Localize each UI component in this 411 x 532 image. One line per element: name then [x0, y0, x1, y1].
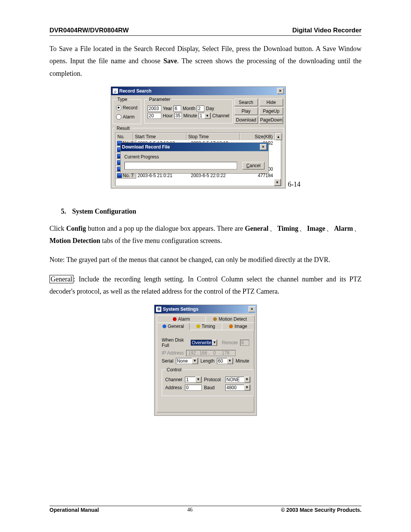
- play-button[interactable]: Play: [234, 107, 258, 115]
- close-icon[interactable]: ×: [249, 306, 255, 312]
- tab-alarm[interactable]: Alarm: [157, 315, 206, 323]
- diskfull-value: Overwrite: [191, 340, 212, 345]
- header-left: DVR0404RW/DVR0804RW: [49, 27, 129, 34]
- header-right: Digital Video Recorder: [292, 27, 362, 34]
- row-size: 477184: [244, 173, 281, 178]
- settings-icon: ⚙: [156, 307, 161, 312]
- system-settings-title: System Settings: [163, 307, 198, 312]
- radio-alarm[interactable]: Alarm: [116, 114, 135, 120]
- section5-line3: General: Include the recording length se…: [49, 273, 362, 298]
- protocol-select[interactable]: NONE ▼: [225, 377, 250, 383]
- system-settings-window: ⚙ System Settings × Alarm Motion Detect …: [154, 305, 257, 416]
- tab-label: Alarm: [178, 316, 190, 322]
- chevron-down-icon: ▼: [204, 113, 210, 119]
- hour-input[interactable]: [148, 113, 161, 119]
- length-value: 60: [217, 358, 227, 364]
- address-input[interactable]: [185, 385, 202, 391]
- baud-value: 4800: [226, 385, 244, 390]
- intro-save-word: Save: [163, 57, 177, 65]
- tab-label: Motion Detect: [218, 316, 247, 322]
- result-legend: Result: [115, 126, 131, 131]
- ip-seg: 0: [210, 350, 220, 356]
- pagedown-button[interactable]: PageDown: [260, 116, 283, 124]
- day-input[interactable]: [197, 105, 204, 112]
- download-button[interactable]: Download: [234, 116, 258, 124]
- figure-caption: 6-14: [288, 181, 301, 189]
- settings-tabs: Alarm Motion Detect General Timing Image: [155, 313, 256, 330]
- text: button and a pop up the dialogue box app…: [86, 225, 245, 232]
- cancel-button[interactable]: CCancelancel: [242, 162, 264, 169]
- text: Click: [49, 225, 66, 232]
- type-legend: Type: [116, 97, 129, 102]
- remote-label: Remote: [222, 340, 238, 345]
- diskfull-label: When Disk Full: [162, 337, 188, 348]
- tab-motion[interactable]: Motion Detect: [206, 315, 255, 323]
- page-footer: Operational Manual 46 © 2003 Mace Securi…: [49, 506, 362, 513]
- chevron-down-icon: ▼: [195, 377, 201, 383]
- col-size: Size(KB): [240, 133, 275, 140]
- serial-select[interactable]: None ▼: [176, 358, 198, 364]
- tab-general[interactable]: General: [157, 323, 190, 330]
- tab-timing[interactable]: Timing: [189, 323, 222, 330]
- app-icon: ⌕: [113, 88, 118, 94]
- control-fieldset: Control Channel 1 ▼ Protocol NONE ▼: [162, 367, 254, 396]
- tab-label: General: [168, 324, 184, 329]
- scroll-up-icon[interactable]: ▲: [275, 133, 282, 140]
- baud-select[interactable]: 4800 ▼: [225, 385, 250, 391]
- tab-image[interactable]: Image: [222, 323, 255, 330]
- channel-select[interactable]: 1 ▼: [185, 377, 202, 383]
- chevron-down-icon: ▼: [192, 358, 198, 364]
- download-record-dialog: Download Record File × Current Progress …: [120, 142, 269, 174]
- scroll-down-icon[interactable]: ▼: [274, 179, 281, 186]
- col-no: No.: [116, 133, 133, 140]
- chevron-down-icon: ▼: [212, 340, 217, 346]
- result-header: No. Start Time Stop Time Size(KB) ▲: [115, 133, 281, 140]
- text: : Include the recording length setting. …: [49, 275, 362, 295]
- alarm-icon: [173, 317, 177, 321]
- serial-value: None: [176, 358, 192, 364]
- hide-button[interactable]: Hide: [260, 99, 283, 106]
- chevron-down-icon: ▼: [244, 377, 250, 383]
- section-5-heading: 5. System Configuration: [49, 208, 362, 216]
- serial-label: Serial: [162, 358, 174, 364]
- pageup-button[interactable]: PageUp: [260, 107, 283, 115]
- general-icon: [162, 324, 166, 328]
- channel-select[interactable]: 1 ▼: [199, 113, 211, 119]
- image-icon: [229, 324, 233, 328]
- length-select[interactable]: 60 ▼: [217, 358, 233, 364]
- minute-input[interactable]: [174, 113, 182, 119]
- tab-label: Image: [234, 324, 247, 329]
- close-icon[interactable]: ×: [277, 88, 284, 94]
- footer-right: © 2003 Mace Security Products.: [281, 507, 362, 513]
- section5-line1: Click Config button and a pop up the dia…: [49, 222, 362, 247]
- control-legend: Control: [165, 367, 183, 372]
- ip-seg: 178: [221, 350, 231, 356]
- download-dialog-title: Download Record File: [122, 144, 170, 150]
- minute-label: Minute: [236, 358, 249, 364]
- record-icon: [117, 173, 122, 178]
- year-input[interactable]: [148, 105, 161, 112]
- record-search-title: Record Search: [119, 88, 152, 94]
- record-search-titlebar: ⌕ Record Search ×: [111, 87, 285, 95]
- diskfull-select[interactable]: Overwrite ▼: [191, 340, 217, 346]
- alarm-word: Alarm: [334, 225, 353, 232]
- chevron-down-icon: ▼: [244, 385, 250, 391]
- page-header: DVR0404RW/DVR0804RW Digital Video Record…: [49, 27, 362, 36]
- year-label: Year: [163, 106, 172, 111]
- section-number: 5.: [61, 208, 70, 216]
- parameter-fieldset: Parameter Year Month Day Hour Minute: [144, 97, 233, 123]
- close-icon[interactable]: ×: [260, 144, 267, 150]
- row-start: 2003-6-5 21:0:21: [136, 173, 191, 178]
- ip-input: 192. 168. 0. 178: [186, 350, 236, 356]
- system-settings-titlebar: ⚙ System Settings ×: [155, 305, 256, 313]
- month-input[interactable]: [174, 105, 181, 112]
- col-stop: Stop Time: [186, 133, 240, 140]
- image-word: Image: [307, 225, 325, 232]
- baud-label: Baud: [204, 385, 223, 390]
- col-start: Start Time: [133, 133, 186, 140]
- radio-record[interactable]: Record: [116, 105, 138, 110]
- text: tabs of the five menu configuration scre…: [100, 237, 222, 244]
- month-label: Month: [183, 106, 195, 111]
- search-button[interactable]: Search: [234, 99, 258, 106]
- channel-value: 1: [199, 113, 204, 118]
